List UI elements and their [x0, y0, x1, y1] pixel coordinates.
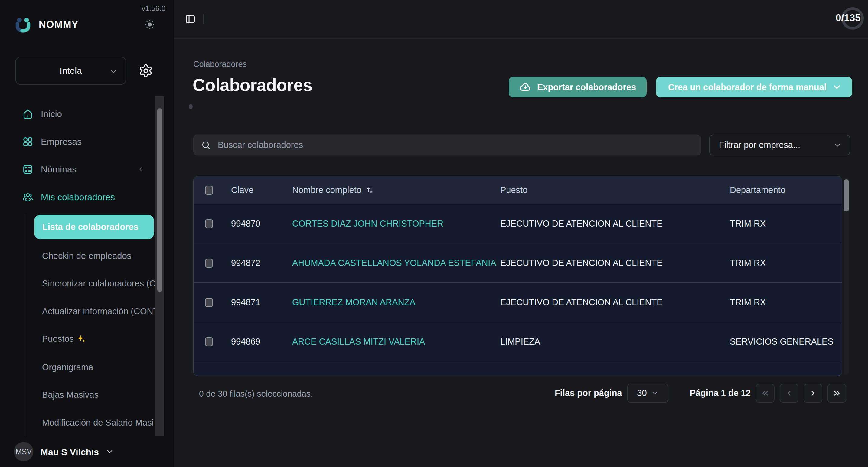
cell-clave: 994871 [220, 297, 292, 307]
sidebar-subnav-item[interactable]: Modificación de Salario Masi [42, 416, 154, 429]
last-page-button[interactable] [828, 384, 846, 403]
nav-item-label: Mis colaboradores [41, 192, 115, 203]
nav-item-icon [22, 191, 34, 203]
sparkles-icon [77, 334, 87, 344]
subnav-item-label: Organigrama [42, 362, 93, 372]
main-area: 0/135 Colaboradores Colaboradores Export… [174, 0, 868, 467]
sidebar-nav-item[interactable]: Nóminas [0, 155, 174, 183]
table-scrollbar-thumb[interactable] [844, 179, 849, 211]
sidebar-nav-item[interactable]: Mis colaboradores [0, 183, 174, 211]
row-checkbox[interactable] [205, 337, 213, 346]
cell-nombre-link[interactable]: CORTES DIAZ JOHN CHRISTOPHER [292, 219, 500, 229]
cell-puesto: EJECUTIVO DE ATENCION AL CLIENTE [500, 258, 730, 268]
column-header-clave: Clave [220, 185, 292, 195]
sidebar-subnav-item[interactable]: Puestos [42, 333, 87, 345]
chevron-down-icon [651, 390, 658, 397]
company-selector[interactable]: Intela [16, 57, 126, 85]
sidebar-subnav-item[interactable]: Checkin de empleados [42, 250, 131, 262]
sidebar-scrollbar-thumb[interactable] [157, 108, 162, 292]
user-name: Mau S Vilchis [40, 447, 99, 457]
nav-item-icon [22, 136, 34, 148]
sort-arrows-icon [366, 186, 374, 194]
subnav-item-label: Lista de colaboradores [42, 222, 138, 232]
chevron-down-icon [833, 141, 842, 149]
sidebar-subnav-item[interactable]: Lista de colaboradores [34, 215, 154, 239]
cell-nombre-link[interactable]: ARCE CASILLAS MITZI VALERIA [292, 337, 500, 347]
topbar-separator [203, 14, 204, 24]
company-filter-label: Filtrar por empresa... [719, 140, 800, 150]
subnav-item-label: Actualizar información (CONT [42, 306, 155, 316]
sidebar-nav-item[interactable]: Empresas [0, 128, 174, 156]
chevron-right-icon [808, 389, 817, 398]
subnav-item-label: Modificación de Salario Masi [42, 418, 154, 428]
row-checkbox[interactable] [205, 219, 213, 228]
search-input[interactable] [217, 140, 671, 150]
user-menu[interactable]: MSV Mau S Vilchis [0, 437, 174, 467]
sidebar-toggle-icon[interactable] [185, 13, 196, 25]
sidebar-subnav-item[interactable]: Organigrama [42, 361, 93, 373]
create-button-label: Crea un colaborador de forma manual [668, 82, 827, 92]
next-page-button[interactable] [804, 384, 822, 403]
row-checkbox[interactable] [205, 298, 213, 307]
cell-departamento: SERVICIOS GENERALES [730, 337, 842, 347]
cell-nombre-link[interactable]: GUTIERREZ MORAN ARANZA [292, 297, 500, 307]
avatar: MSV [14, 442, 33, 461]
company-selector-value: Intela [60, 66, 82, 76]
table-row[interactable]: 994869 ARCE CASILLAS MITZI VALERIA LIMPI… [193, 322, 842, 361]
subnav-item-label: Puestos [42, 334, 74, 344]
column-header-nombre-label: Nombre completo [292, 185, 362, 195]
column-header-puesto: Puesto [500, 185, 730, 195]
first-page-button[interactable] [756, 384, 775, 403]
export-button[interactable]: Exportar colaboradores [509, 77, 647, 97]
sidebar-subnav-item[interactable]: Bajas Masivas [42, 389, 99, 401]
cell-nombre-link[interactable]: AHUMADA CASTELLANOS YOLANDA ESTEFANIA [292, 258, 500, 268]
cell-puesto: EJECUTIVO DE ATENCION AL CLIENTE [500, 297, 730, 307]
theme-sun-icon[interactable] [144, 19, 155, 30]
cell-clave: 994872 [220, 258, 292, 268]
create-collaborator-button[interactable]: Crea un colaborador de forma manual [656, 77, 852, 97]
page-info: Página 1 de 12 [690, 388, 751, 398]
nav-item-icon [22, 164, 34, 175]
table-row[interactable]: 994870 CORTES DIAZ JOHN CHRISTOPHER EJEC… [193, 204, 842, 243]
breadcrumb[interactable]: Colaboradores [193, 60, 247, 69]
table-row[interactable]: 994872 AHUMADA CASTELLANOS YOLANDA ESTEF… [193, 243, 842, 282]
row-checkbox[interactable] [205, 259, 213, 268]
sidebar-subnav-item[interactable]: Sincronizar colaboradores (C [42, 277, 155, 289]
sidebar-nav-item[interactable]: Inicio [0, 100, 174, 128]
gear-icon[interactable] [138, 64, 153, 78]
chevron-left-icon [784, 389, 794, 398]
selection-status: 0 de 30 filas(s) seleccionadas. [199, 389, 313, 399]
app-version: v1.56.0 [142, 4, 165, 13]
pagination-bar: Filas por página 30 Página 1 de 12 [555, 383, 846, 403]
rows-per-page-label: Filas por página [555, 388, 622, 398]
brand-name: NOMMY [39, 19, 79, 30]
cell-clave: 994869 [220, 337, 292, 347]
nav-item-label: Inicio [41, 109, 62, 119]
prev-page-button[interactable] [780, 384, 799, 403]
table-row[interactable]: 994871 GUTIERREZ MORAN ARANZA EJECUTIVO … [193, 282, 842, 322]
company-filter-select[interactable]: Filtrar por empresa... [709, 134, 850, 155]
collaborators-table: Clave Nombre completo Puesto Departament… [193, 176, 842, 376]
table-header-row: Clave Nombre completo Puesto Departament… [193, 176, 842, 204]
sidebar-subnav-item[interactable]: Actualizar información (CONT [42, 305, 155, 317]
calculator-icon [22, 164, 34, 175]
select-all-checkbox[interactable] [205, 186, 213, 195]
chevron-down-icon [832, 82, 842, 92]
page-title: Colaboradores [193, 75, 312, 95]
search-icon [201, 140, 211, 150]
subnav-item-label: Bajas Masivas [42, 390, 99, 400]
subnav-indent-line [25, 214, 25, 436]
subnav-item-label: Sincronizar colaboradores (C [42, 279, 155, 288]
chevron-left-icon [137, 165, 145, 174]
search-bar [193, 134, 701, 155]
cell-departamento: TRIM RX [730, 297, 842, 307]
column-header-departamento: Departamento [730, 185, 842, 195]
rows-per-page-select[interactable]: 30 [627, 383, 669, 403]
column-header-nombre[interactable]: Nombre completo [292, 185, 500, 195]
cell-departamento: TRIM RX [730, 258, 842, 268]
avatar-initials: MSV [16, 447, 32, 456]
nommy-logo-icon [14, 15, 32, 33]
export-button-label: Exportar colaboradores [537, 82, 636, 92]
cell-puesto: LIMPIEZA [500, 337, 730, 347]
cell-puesto: EJECUTIVO DE ATENCION AL CLIENTE [500, 219, 730, 229]
